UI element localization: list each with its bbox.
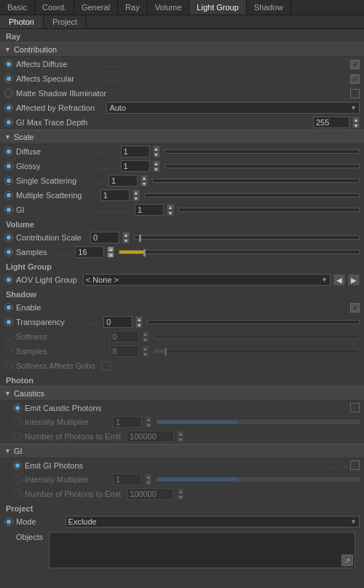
gi-max-trace-radio[interactable] <box>4 118 13 127</box>
scale-group-header[interactable]: ▼ Scale <box>0 130 364 144</box>
glossy-spinner[interactable]: ▲ ▼ <box>153 160 160 172</box>
gi-scale-slider[interactable] <box>178 208 360 212</box>
softness-radio[interactable] <box>4 332 13 341</box>
matte-shadow-radio[interactable] <box>4 89 13 98</box>
diffuse-spinner[interactable]: ▲ ▼ <box>153 146 160 157</box>
spinner-up-icon[interactable]: ▲ <box>352 117 360 122</box>
shadow-samples-input[interactable] <box>110 345 139 357</box>
gi-scale-input[interactable] <box>135 204 164 216</box>
intensity-mult-gi-spinner[interactable]: ▲ ▼ <box>145 474 152 485</box>
aov-light-group-dropdown[interactable]: < None > ▼ <box>83 274 331 286</box>
multiple-scattering-spinner[interactable]: ▲ ▼ <box>132 189 140 201</box>
single-scattering-input[interactable] <box>108 175 138 187</box>
shadow-samples-slider[interactable] <box>154 349 360 353</box>
intensity-mult-caustic-input[interactable] <box>113 416 142 428</box>
num-photons-caustic-spinner[interactable]: ▲ ▼ <box>177 431 184 442</box>
transparency-radio[interactable] <box>4 318 13 326</box>
tab-general[interactable]: General <box>74 0 118 15</box>
affects-diffuse-radio[interactable] <box>4 60 13 68</box>
affects-diffuse-checkbox[interactable] <box>350 60 360 69</box>
aov-next-btn[interactable]: ▶ <box>348 274 360 286</box>
aov-prev-btn[interactable]: ◀ <box>333 274 345 286</box>
intensity-mult-caustic-spinner[interactable]: ▲ ▼ <box>145 416 152 428</box>
volume-samples-spinner[interactable]: ▲ ▼ <box>107 246 114 258</box>
shadow-samples-spinner[interactable]: ▲ ▼ <box>142 345 149 357</box>
num-photons-caustic-radio[interactable] <box>13 432 22 441</box>
diffuse-radio[interactable] <box>4 147 13 156</box>
volume-samples-slider[interactable] <box>119 250 360 254</box>
contribution-scale-input[interactable] <box>90 232 119 243</box>
emit-caustic-radio[interactable] <box>13 404 22 412</box>
shadow-samples-radio[interactable] <box>4 347 13 356</box>
num-photons-gi-spinner[interactable]: ▲ ▼ <box>177 488 184 500</box>
tab-photon[interactable]: Photon <box>0 15 44 28</box>
tab-ray[interactable]: Ray <box>118 0 148 15</box>
softness-affects-gobo-radio[interactable] <box>4 361 13 370</box>
aov-light-group-radio[interactable] <box>4 275 13 284</box>
emit-gi-radio[interactable] <box>13 461 22 470</box>
mode-dropdown[interactable]: Exclude ▼ <box>66 516 360 528</box>
mode-radio[interactable] <box>4 517 13 526</box>
multiple-scattering-input[interactable] <box>100 189 130 201</box>
glossy-input[interactable] <box>121 160 150 172</box>
objects-corner-btn[interactable]: ↗ <box>341 554 353 566</box>
softness-affects-gobo-checkbox[interactable] <box>101 361 111 371</box>
num-photons-caustic-input[interactable] <box>127 431 174 442</box>
caustics-group-header[interactable]: ▼ Caustics <box>0 386 364 401</box>
contribution-scale-slider[interactable] <box>134 235 360 240</box>
softness-spinner[interactable]: ▲ ▼ <box>142 331 149 342</box>
volume-samples-input[interactable] <box>75 246 104 258</box>
tab-light-group[interactable]: Light Group <box>189 0 246 15</box>
enable-checkbox[interactable] <box>350 303 360 313</box>
glossy-radio[interactable] <box>4 162 13 170</box>
top-tab-bar[interactable]: Basic Coord. General Ray Volume Light Gr… <box>0 0 364 15</box>
single-scattering-radio[interactable] <box>4 176 13 185</box>
intensity-mult-caustic-radio[interactable] <box>13 418 22 426</box>
gi-group-header[interactable]: ▼ GI <box>0 444 364 458</box>
volume-samples-radio[interactable] <box>4 248 13 256</box>
num-photons-gi-radio[interactable] <box>13 490 22 498</box>
diffuse-input[interactable] <box>121 146 150 157</box>
intensity-mult-gi-radio[interactable] <box>13 475 22 484</box>
intensity-mult-gi-row: Intensity Multiplier ......... ▲ ▼ <box>0 472 364 487</box>
diffuse-slider[interactable] <box>165 149 360 154</box>
objects-area[interactable]: ↗ <box>49 532 355 568</box>
tab-project[interactable]: Project <box>44 15 87 28</box>
affected-refraction-radio[interactable] <box>4 103 13 112</box>
tab-coord[interactable]: Coord. <box>35 0 74 15</box>
intensity-mult-caustic-row: Intensity Multiplier ......... ▲ ▼ <box>0 415 364 429</box>
affects-specular-checkbox[interactable] <box>350 74 360 84</box>
intensity-mult-gi-input[interactable] <box>113 474 142 485</box>
matte-shadow-checkbox[interactable] <box>350 89 360 98</box>
contribution-group-header[interactable]: ▼ Contribution <box>0 42 364 57</box>
contribution-scale-radio[interactable] <box>4 233 13 242</box>
multiple-scattering-radio[interactable] <box>4 191 13 200</box>
gi-scale-radio[interactable] <box>4 205 13 214</box>
transparency-spinner[interactable]: ▲ ▼ <box>135 316 143 328</box>
tab-shadow[interactable]: Shadow <box>247 0 291 15</box>
contribution-scale-spinner[interactable]: ▲ ▼ <box>122 232 130 243</box>
spinner-down-icon[interactable]: ▼ <box>352 122 360 128</box>
tab-volume[interactable]: Volume <box>148 0 190 15</box>
softness-input[interactable] <box>110 331 139 342</box>
emit-caustic-checkbox[interactable] <box>350 403 360 412</box>
intensity-mult-gi-slider[interactable] <box>157 477 360 482</box>
single-scattering-slider[interactable] <box>152 179 360 183</box>
multiple-scattering-slider[interactable] <box>144 193 360 197</box>
gi-max-trace-spinner[interactable]: ▲ ▼ <box>352 117 360 128</box>
glossy-slider[interactable] <box>165 164 360 168</box>
volume-section-label: Volume <box>0 217 364 230</box>
num-photons-gi-input[interactable] <box>127 488 174 500</box>
tab-basic[interactable]: Basic <box>0 0 35 15</box>
intensity-mult-caustic-slider[interactable] <box>157 420 360 424</box>
gi-max-trace-input[interactable] <box>313 117 349 128</box>
single-scattering-spinner[interactable]: ▲ ▼ <box>141 175 148 187</box>
emit-gi-checkbox[interactable] <box>350 460 360 470</box>
affects-specular-radio[interactable] <box>4 74 13 83</box>
transparency-slider[interactable] <box>147 320 360 324</box>
transparency-input[interactable] <box>103 316 132 328</box>
enable-radio[interactable] <box>4 303 13 312</box>
affected-refraction-dropdown[interactable]: Auto ▼ <box>106 102 360 114</box>
softness-slider[interactable] <box>154 334 360 339</box>
gi-scale-spinner[interactable]: ▲ ▼ <box>167 204 174 216</box>
